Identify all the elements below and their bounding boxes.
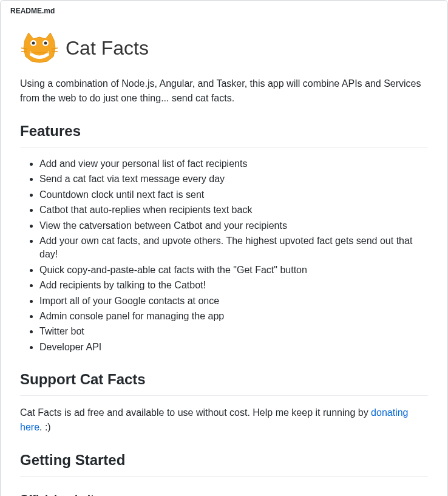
features-heading: Features	[20, 120, 428, 148]
logo-title-row: Cat Facts	[20, 31, 428, 64]
feature-item: Add recipients by talking to the Catbot!	[39, 279, 428, 292]
feature-item: Import all of your Google contacts at on…	[39, 294, 428, 308]
readme-content: Cat Facts Using a combination of Node.js…	[1, 21, 447, 496]
feature-item: Catbot that auto-replies when recipients…	[39, 203, 428, 217]
official-website-heading: Official website	[20, 491, 428, 496]
getting-started-heading: Getting Started	[20, 449, 428, 477]
support-text-after: . :)	[39, 422, 51, 432]
feature-item: Add and view your personal list of fact …	[39, 157, 428, 171]
svg-point-2	[32, 42, 35, 45]
feature-item: Quick copy-and-paste-able cat facts with…	[39, 263, 428, 277]
feature-item: Developer API	[39, 341, 428, 354]
feature-item: Send a cat fact via text message every d…	[39, 172, 428, 186]
readme-filename: README.md	[1, 1, 447, 21]
cat-logo-icon	[20, 31, 59, 64]
feature-item: Countdown clock until next fact is sent	[39, 188, 428, 202]
features-list: Add and view your personal list of fact …	[20, 157, 428, 354]
support-text: Cat Facts is ad free and available to us…	[20, 406, 428, 435]
svg-point-3	[44, 42, 47, 45]
feature-item: Twitter bot	[39, 325, 428, 338]
feature-item: Admin console panel for managing the app	[39, 310, 428, 323]
project-description: Using a combination of Node.js, Angular,…	[20, 76, 428, 106]
readme-container: README.md Cat Facts Using a combination …	[0, 0, 448, 496]
support-text-before: Cat Facts is ad free and available to us…	[20, 407, 371, 418]
feature-item: View the catversation between Catbot and…	[39, 219, 428, 233]
support-heading: Support Cat Facts	[20, 369, 428, 396]
logo-text: Cat Facts	[66, 33, 149, 63]
feature-item: Add your own cat facts, and upvote other…	[39, 234, 428, 262]
